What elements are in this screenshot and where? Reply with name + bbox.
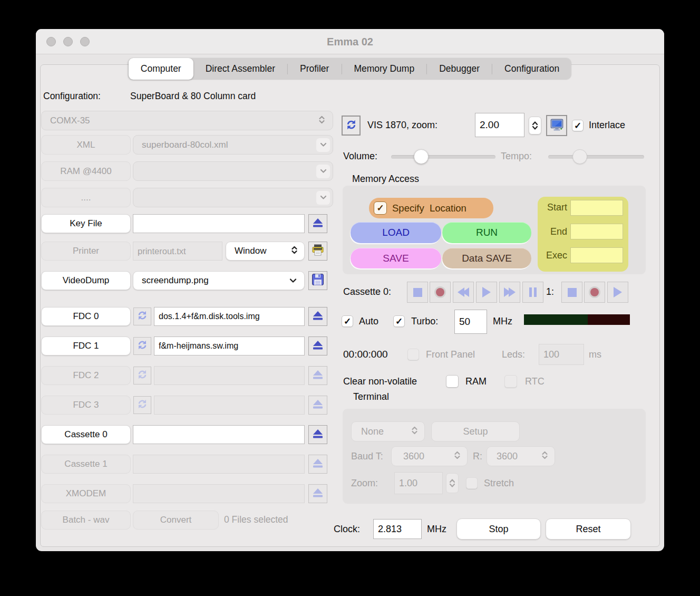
tab-configuration[interactable]: Configuration: [492, 58, 571, 80]
fdc3-button[interactable]: FDC 3: [41, 396, 131, 415]
fdc1-file-input[interactable]: [154, 337, 305, 355]
cassette0-forward-button[interactable]: [499, 282, 520, 303]
specify-location-toggle[interactable]: ✓ Specify Location: [369, 198, 493, 218]
cassette0-rewind-button[interactable]: [453, 282, 474, 303]
cassette1-button[interactable]: Cassette 1: [41, 455, 131, 474]
slot-button[interactable]: ....: [41, 188, 131, 207]
fdc1-swap-button[interactable]: [133, 337, 151, 355]
convert-button[interactable]: Convert: [133, 511, 219, 530]
interlace-checkbox[interactable]: ✓: [572, 120, 584, 131]
baud-t-select[interactable]: 3600: [391, 446, 468, 466]
vis-zoom-input[interactable]: [475, 113, 524, 137]
clock-mhz-input[interactable]: [373, 519, 422, 539]
baud-r-select[interactable]: 3600: [487, 446, 555, 466]
machine-select[interactable]: COMX-35: [41, 111, 333, 130]
tempo-slider[interactable]: [548, 149, 644, 165]
fdc0-file-input[interactable]: [154, 307, 305, 326]
fdc2-eject-button[interactable]: [308, 366, 327, 385]
fdc3-swap-button[interactable]: [133, 396, 151, 414]
vis-refresh-button[interactable]: [342, 116, 361, 136]
start-address-input[interactable]: [570, 200, 623, 216]
data-save-button[interactable]: Data SAVE: [442, 248, 531, 268]
specify-location-checkbox[interactable]: ✓: [374, 201, 387, 215]
printer-icon: [311, 243, 325, 259]
print-button[interactable]: [308, 242, 327, 261]
fdc0-eject-button[interactable]: [308, 307, 327, 326]
fdc3-eject-button[interactable]: [308, 396, 327, 415]
xmodem-file-input[interactable]: [133, 484, 305, 503]
tab-profiler[interactable]: Profiler: [288, 58, 341, 80]
cassette1-file-input[interactable]: [133, 455, 305, 474]
load-button[interactable]: LOAD: [351, 222, 441, 243]
fdc3-file-input[interactable]: [154, 396, 305, 415]
cassette0-eject-button[interactable]: [308, 425, 327, 444]
cassette1-eject-button[interactable]: [308, 455, 327, 474]
tab-memory-dump[interactable]: Memory Dump: [342, 58, 426, 80]
cassette0-pause-button[interactable]: [522, 282, 543, 303]
cassette0-button[interactable]: Cassette 0: [41, 425, 131, 444]
fullscreen-button[interactable]: [546, 115, 567, 136]
turbo-mhz-input[interactable]: [454, 310, 487, 334]
fdc1-eject-button[interactable]: [308, 337, 327, 355]
printer-file-input[interactable]: [133, 242, 222, 261]
zoom-window-button[interactable]: [80, 37, 90, 46]
tab-direct-assembler[interactable]: Direct Assembler: [193, 58, 287, 80]
key-file-button[interactable]: Key File: [41, 214, 131, 233]
reset-button[interactable]: Reset: [546, 518, 631, 540]
cassette0-stop-button[interactable]: [407, 282, 428, 303]
fdc2-file-input[interactable]: [154, 366, 305, 385]
xmodem-button[interactable]: XMODEM: [41, 484, 131, 503]
volume-slider[interactable]: [391, 149, 495, 165]
cassette1-record-button[interactable]: [584, 282, 605, 303]
front-panel-checkbox[interactable]: [407, 349, 419, 360]
terminal-type-select[interactable]: None: [351, 421, 425, 441]
fdc1-button[interactable]: FDC 1: [41, 337, 131, 355]
videodump-file-select[interactable]: screendump.png: [133, 271, 305, 290]
slider-thumb[interactable]: [572, 149, 587, 164]
tab-debugger[interactable]: Debugger: [427, 58, 492, 80]
cassette0-play-button[interactable]: [476, 282, 497, 303]
leds-ms-input[interactable]: [539, 344, 584, 365]
stretch-checkbox[interactable]: [466, 477, 478, 489]
key-file-eject-button[interactable]: [308, 214, 327, 233]
fdc0-swap-button[interactable]: [133, 307, 151, 325]
end-address-input[interactable]: [570, 224, 623, 239]
ram-4400-button[interactable]: RAM @4400: [41, 161, 131, 181]
cassette0-record-button[interactable]: [430, 282, 451, 303]
cassette1-play-button[interactable]: [607, 282, 628, 303]
xml-file-select[interactable]: superboard-80col.xml: [133, 135, 333, 155]
cassette0-file-input[interactable]: [133, 425, 305, 444]
stop-button[interactable]: Stop: [456, 518, 541, 540]
printer-mode-select[interactable]: Window: [226, 242, 305, 261]
tab-computer[interactable]: Computer: [129, 58, 193, 80]
fdc0-button[interactable]: FDC 0: [41, 307, 131, 326]
terminal-zoom-input[interactable]: [394, 472, 443, 494]
xml-button[interactable]: XML: [41, 135, 131, 155]
fdc2-swap-button[interactable]: [133, 367, 151, 384]
close-window-button[interactable]: [46, 37, 56, 46]
chevron-down-icon: [532, 126, 538, 130]
fdc2-button[interactable]: FDC 2: [41, 366, 131, 385]
slot-file-select[interactable]: [133, 188, 333, 207]
clear-rtc-label: RTC: [525, 376, 545, 387]
terminal-setup-button[interactable]: Setup: [431, 421, 520, 441]
minimize-window-button[interactable]: [63, 37, 73, 46]
clear-rtc-checkbox[interactable]: [504, 375, 517, 388]
vis-zoom-stepper[interactable]: [529, 117, 541, 134]
auto-checkbox[interactable]: ✓: [342, 315, 353, 327]
printer-button[interactable]: Printer: [41, 242, 131, 261]
run-button[interactable]: RUN: [442, 222, 531, 243]
batch-wav-button[interactable]: Batch - wav: [41, 511, 131, 530]
save-screendump-button[interactable]: [308, 271, 327, 290]
exec-address-input[interactable]: [570, 247, 623, 263]
videodump-button[interactable]: VideoDump: [41, 271, 131, 290]
slider-thumb[interactable]: [414, 149, 429, 164]
terminal-zoom-stepper[interactable]: [446, 473, 459, 493]
save-button[interactable]: SAVE: [351, 248, 441, 268]
turbo-checkbox[interactable]: ✓: [393, 315, 405, 327]
key-file-input[interactable]: [133, 214, 305, 233]
xmodem-eject-button[interactable]: [308, 484, 327, 503]
clear-ram-checkbox[interactable]: [446, 375, 459, 388]
ram-file-select[interactable]: [133, 161, 333, 181]
cassette1-stop-button[interactable]: [561, 282, 582, 303]
